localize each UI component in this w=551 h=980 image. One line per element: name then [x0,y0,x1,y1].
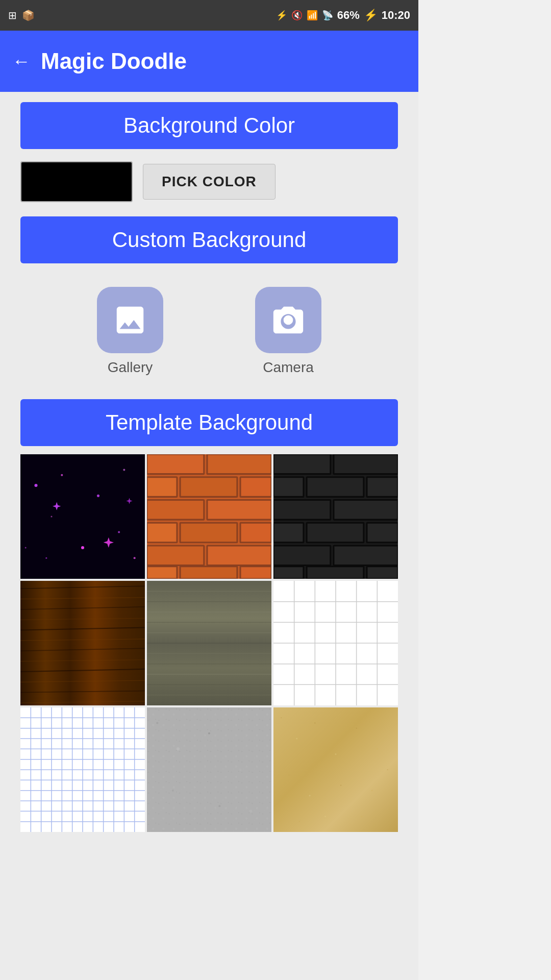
pick-color-button[interactable]: PICK COLOR [143,164,276,200]
svg-point-121 [296,738,297,739]
svg-point-3 [97,495,99,497]
svg-rect-17 [147,477,177,497]
svg-rect-39 [307,523,364,543]
battery-percent: 66% [337,9,360,22]
wifi-icon: 📶 [307,10,318,21]
background-color-row: PICK COLOR [20,157,398,206]
battery-icon: ⚡ [364,9,378,22]
svg-rect-28 [180,567,237,579]
svg-rect-19 [240,477,271,497]
svg-point-129 [371,790,373,791]
svg-rect-38 [273,523,304,543]
svg-point-5 [51,516,52,517]
svg-rect-42 [334,546,398,566]
status-bar-right: ⚡ 🔇 📶 📡 66% ⚡ 10:20 [276,9,410,22]
svg-point-114 [208,732,210,734]
svg-rect-34 [307,477,364,497]
gallery-item[interactable]: Gallery [97,287,163,376]
svg-point-120 [281,717,282,718]
svg-rect-37 [334,500,398,520]
svg-rect-35 [367,477,398,497]
svg-point-123 [335,753,336,755]
svg-rect-26 [207,546,271,566]
custom-background-row: Gallery Camera [20,272,398,391]
svg-point-118 [218,805,220,807]
svg-rect-24 [240,523,271,543]
template-dark-brick[interactable] [273,454,398,579]
svg-point-117 [249,810,252,813]
bt-icon: ⚡ [276,10,287,21]
svg-point-126 [288,774,289,775]
gallery-label: Gallery [108,359,153,376]
svg-rect-23 [180,523,237,543]
svg-rect-36 [273,500,331,520]
svg-rect-16 [207,454,271,474]
status-bar-left: ⊞ 📦 [8,9,35,21]
svg-rect-33 [273,477,304,497]
svg-point-7 [81,546,84,549]
camera-label: Camera [263,359,314,376]
template-metal[interactable] [147,581,271,705]
svg-point-8 [45,557,47,559]
camera-icon [270,302,306,338]
template-concrete[interactable] [147,707,271,832]
svg-rect-43 [273,567,304,579]
template-space[interactable] [20,454,145,579]
back-button[interactable]: ← [12,51,31,72]
svg-point-133 [361,816,362,817]
svg-point-130 [387,769,388,770]
svg-point-124 [356,728,357,729]
svg-point-4 [123,469,125,471]
svg-rect-25 [147,546,204,566]
svg-rect-41 [273,546,331,566]
mute-icon: 🔇 [291,10,303,21]
svg-rect-27 [147,567,177,579]
svg-point-6 [118,531,120,533]
svg-rect-15 [147,454,204,474]
svg-rect-21 [207,500,271,520]
svg-rect-32 [334,454,398,474]
signal-icon: 📡 [322,10,333,21]
camera-icon-circle [255,287,321,353]
svg-point-2 [61,474,63,476]
svg-point-122 [314,722,315,723]
svg-point-1 [34,484,37,487]
template-orange-brick[interactable] [147,454,271,579]
svg-rect-45 [367,567,398,579]
svg-point-128 [340,785,341,786]
svg-point-113 [177,747,180,750]
app-icon-1: ⊞ [8,9,17,21]
svg-point-125 [377,748,378,750]
custom-background-header: Custom Background [20,216,398,263]
camera-item[interactable]: Camera [255,287,321,376]
svg-rect-46 [20,581,145,705]
gallery-icon [112,302,148,338]
gallery-icon-circle [97,287,163,353]
background-color-header: Background Color [20,102,398,149]
template-wood[interactable] [20,581,145,705]
svg-point-115 [239,768,241,771]
clock: 10:20 [382,9,410,22]
svg-point-132 [299,821,300,822]
svg-rect-119 [273,707,398,832]
svg-point-9 [134,557,136,559]
svg-rect-44 [307,567,364,579]
svg-rect-0 [20,454,145,579]
template-blue-grid[interactable] [20,707,145,832]
svg-rect-106 [147,707,271,832]
template-grid [20,454,398,832]
app-icon-2: 📦 [22,9,35,21]
template-sand[interactable] [273,707,398,832]
app-bar: ← Magic Doodle [0,31,418,92]
svg-point-116 [172,790,174,792]
template-white-tile[interactable] [273,581,398,705]
svg-point-127 [309,795,311,796]
svg-rect-22 [147,523,177,543]
color-preview [20,161,133,202]
svg-rect-20 [147,500,204,520]
content-area: Background Color PICK COLOR Custom Backg… [0,92,418,980]
template-background-header: Template Background [20,399,398,446]
svg-point-10 [25,547,27,548]
svg-rect-40 [367,523,398,543]
svg-point-131 [324,816,326,817]
